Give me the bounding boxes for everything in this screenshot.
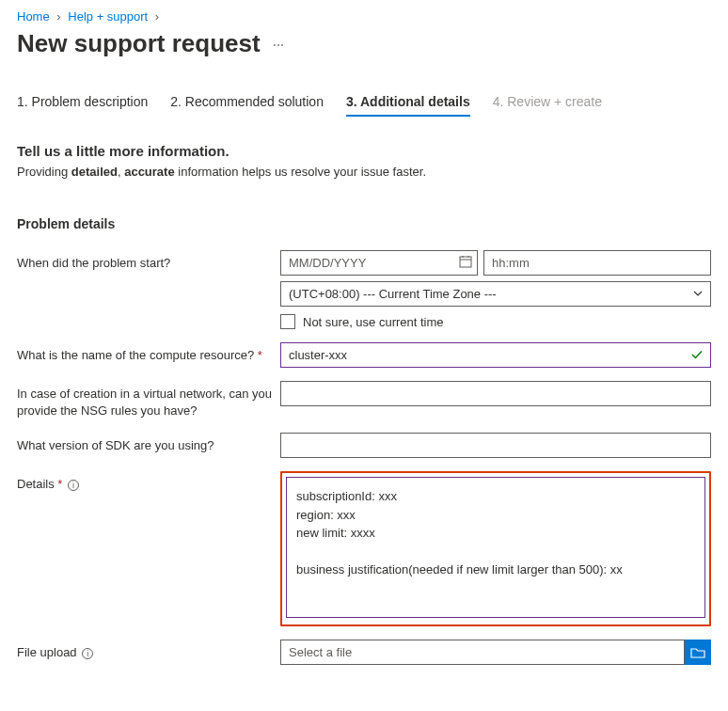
label-sdk: What version of SDK are you using? — [17, 433, 280, 454]
not-sure-checkbox[interactable] — [280, 314, 295, 329]
time-input[interactable] — [483, 250, 711, 276]
file-upload-input[interactable] — [280, 640, 685, 665]
details-textarea[interactable] — [286, 477, 705, 618]
tab-review-create: 4. Review + create — [493, 92, 602, 117]
tab-additional-details[interactable]: 3. Additional details — [346, 92, 470, 117]
label-resource: What is the name of the compute resource… — [17, 342, 280, 364]
tab-recommended-solution[interactable]: 2. Recommended solution — [170, 92, 324, 117]
chevron-right-icon: › — [151, 9, 163, 24]
page-title: New support request — [17, 29, 261, 58]
section-lead: Tell us a little more information. — [17, 143, 711, 159]
info-icon[interactable]: i — [68, 480, 79, 491]
label-when: When did the problem start? — [17, 250, 280, 272]
resource-name-input[interactable] — [280, 342, 711, 368]
label-details: Details * i — [17, 471, 280, 493]
tab-problem-description[interactable]: 1. Problem description — [17, 92, 148, 117]
chevron-right-icon: › — [53, 9, 64, 24]
breadcrumb-help-support[interactable]: Help + support — [68, 9, 148, 24]
section-problem-details: Problem details — [17, 216, 711, 231]
svg-rect-0 — [460, 257, 471, 267]
file-browse-button[interactable] — [685, 640, 711, 665]
calendar-icon[interactable] — [459, 255, 472, 268]
info-icon[interactable]: i — [82, 648, 93, 659]
sdk-version-input[interactable] — [280, 433, 711, 458]
section-subtext: Providing detailed, accurate information… — [17, 165, 711, 179]
details-highlight — [280, 471, 711, 626]
checkmark-icon — [690, 348, 704, 361]
timezone-select[interactable] — [280, 281, 711, 307]
nsg-rules-input[interactable] — [280, 381, 711, 406]
label-file-upload: File upload i — [17, 640, 280, 661]
breadcrumb: Home › Help + support › — [17, 9, 711, 24]
wizard-tabs: 1. Problem description 2. Recommended so… — [17, 92, 711, 117]
more-actions-button[interactable]: ⋯ — [273, 39, 284, 52]
not-sure-label: Not sure, use current time — [303, 315, 444, 329]
breadcrumb-home[interactable]: Home — [17, 9, 50, 24]
label-nsg: In case of creation in a virtual network… — [17, 381, 280, 419]
folder-icon — [690, 646, 705, 659]
date-input[interactable] — [280, 250, 478, 276]
